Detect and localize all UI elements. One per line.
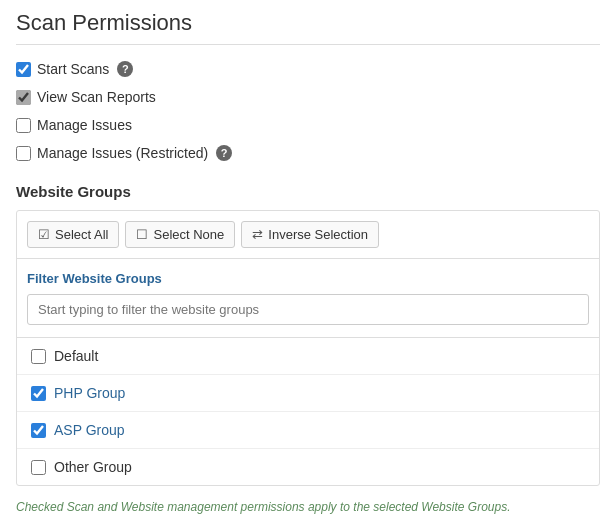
group-item-php-group: PHP Group [17,375,599,412]
group-name-other-group: Other Group [54,459,132,475]
permission-label-start-scans: Start Scans [37,61,109,77]
select-none-label: Select None [153,227,224,242]
group-checkbox-asp-group[interactable] [31,423,46,438]
inverse-selection-button[interactable]: ⇄Inverse Selection [241,221,379,248]
permission-item-start-scans: Start Scans? [16,55,600,83]
group-name-asp-group: ASP Group [54,422,125,438]
permission-item-manage-issues: Manage Issues [16,111,600,139]
select-all-label: Select All [55,227,108,242]
permission-label-manage-issues: Manage Issues [37,117,132,133]
website-groups-title: Website Groups [16,183,600,200]
permissions-section: Start Scans?View Scan ReportsManage Issu… [16,55,600,167]
select-all-button[interactable]: ☑Select All [27,221,119,248]
inverse-selection-label: Inverse Selection [268,227,368,242]
footer-note: Checked Scan and Website management perm… [16,500,600,514]
select-none-icon: ☐ [136,227,148,242]
group-item-default: Default [17,338,599,375]
group-item-asp-group: ASP Group [17,412,599,449]
checkbox-manage-issues[interactable] [16,118,31,133]
inverse-selection-icon: ⇄ [252,227,263,242]
checkbox-start-scans[interactable] [16,62,31,77]
checkbox-view-scan-reports[interactable] [16,90,31,105]
checkbox-manage-issues-restricted[interactable] [16,146,31,161]
permission-label-manage-issues-restricted: Manage Issues (Restricted) [37,145,208,161]
select-none-button[interactable]: ☐Select None [125,221,235,248]
help-icon-start-scans[interactable]: ? [117,61,133,77]
group-checkbox-other-group[interactable] [31,460,46,475]
select-all-icon: ☑ [38,227,50,242]
permission-item-manage-issues-restricted: Manage Issues (Restricted)? [16,139,600,167]
permission-label-view-scan-reports: View Scan Reports [37,89,156,105]
filter-label: Filter Website Groups [27,271,589,286]
group-name-php-group: PHP Group [54,385,125,401]
page-title: Scan Permissions [16,10,600,45]
permission-item-view-scan-reports: View Scan Reports [16,83,600,111]
group-checkbox-php-group[interactable] [31,386,46,401]
group-item-other-group: Other Group [17,449,599,485]
help-icon-manage-issues-restricted[interactable]: ? [216,145,232,161]
filter-input[interactable] [27,294,589,325]
button-row: ☑Select All☐Select None⇄Inverse Selectio… [17,211,599,259]
website-groups-section: ☑Select All☐Select None⇄Inverse Selectio… [16,210,600,486]
filter-section: Filter Website Groups [17,259,599,338]
group-checkbox-default[interactable] [31,349,46,364]
group-name-default: Default [54,348,98,364]
group-list: DefaultPHP GroupASP GroupOther Group [17,338,599,485]
